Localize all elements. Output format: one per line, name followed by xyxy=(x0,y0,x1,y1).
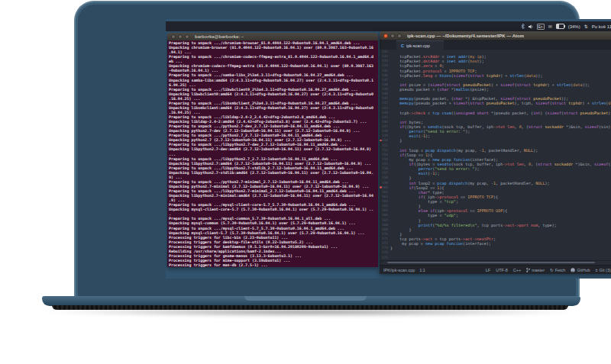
atom-titlebar[interactable]: ipk-scan.cpp — ~/Dokumenty/4.semester/IP… xyxy=(380,31,611,40)
code-text xyxy=(390,256,611,260)
terminal-line: Unpacking libpython2.7:amd64 (2.7.12-1ub… xyxy=(169,161,378,166)
github-icon xyxy=(571,268,575,272)
terminal-close-button[interactable] xyxy=(171,34,176,39)
terminal-window: barborka@barborka: ~ Preparing to unpack… xyxy=(167,33,378,267)
code-line[interactable]: 575 xyxy=(380,256,611,260)
laptop-lid: En ✉ (34%) ⇅ Po kvě 11 16:09:29 barborka… xyxy=(74,1,580,296)
atom-title: ipk-scan.cpp — ~/Dokumenty/4.semester/IP… xyxy=(407,34,524,38)
terminal-line: Processing triggers for man-db (2.7.5-1)… xyxy=(169,263,378,267)
network-arrows-icon[interactable]: ⇅ xyxy=(584,24,588,29)
status-line-ending[interactable]: LF xyxy=(486,268,490,272)
laptop-base-notch xyxy=(244,296,367,301)
terminal-line: Preparing to unpack .../libpython2.7-std… xyxy=(169,166,378,170)
top-panel: En ✉ (34%) ⇅ Po kvě 11 16:09:29 xyxy=(166,21,611,31)
terminal-line: Unpacking mysql-common (5.7.30-0ubuntu0.… xyxy=(169,221,378,225)
terminal-line: Preparing to unpack .../samba-libs_2%3a4… xyxy=(169,72,378,77)
linter-error-icon xyxy=(380,186,382,188)
cpp-file-icon: C xyxy=(401,43,404,48)
terminal-line: Unpacking libpython2.7-stdlib:amd64 (2.7… xyxy=(169,170,378,175)
atom-status-bar: IPK/ipk-scan.cpp 1:1 LF UTF-8 C++ master… xyxy=(380,265,611,274)
battery-icon[interactable] xyxy=(556,24,564,29)
atom-minimize-button[interactable] xyxy=(390,34,395,38)
fetch-label: Fetch xyxy=(555,268,566,272)
status-fetch[interactable]: ↻ Fetch xyxy=(550,268,565,272)
git-changes-label: Git (3) xyxy=(600,268,611,272)
line-number: 575 xyxy=(380,256,390,260)
terminal-line: Preparing to unpack .../libsmbclient_2%3… xyxy=(169,101,378,105)
terminal-output[interactable]: Preparing to unpack .../chromium-browser… xyxy=(167,40,378,267)
desktop: En ✉ (34%) ⇅ Po kvě 11 16:09:29 barborka… xyxy=(166,19,611,279)
keyboard-layout-indicator[interactable]: En xyxy=(537,24,545,30)
atom-close-button[interactable] xyxy=(383,34,388,38)
battery-percentage: (34%) xyxy=(568,24,580,29)
mail-icon[interactable]: ✉ xyxy=(548,24,552,29)
atom-window: ipk-scan.cpp — ~/Dokumenty/4.semester/IP… xyxy=(380,31,611,273)
terminal-minimize-button[interactable] xyxy=(178,34,183,39)
clock[interactable]: Po kvě 11 16:09:29 xyxy=(592,24,611,29)
laptop-mockup: En ✉ (34%) ⇅ Po kvě 11 16:09:29 barborka… xyxy=(0,0,611,364)
github-label: GitHub xyxy=(577,268,590,272)
terminal-line: Preparing to unpack .../chromium-codecs-… xyxy=(169,54,378,59)
status-git-branch[interactable]: master xyxy=(526,268,545,272)
terminal-line: Unpacking mysql-client-core-5.7 (5.7.30-… xyxy=(169,207,378,211)
horizontal-scrollbar[interactable] xyxy=(380,260,611,265)
tab-ipk-scan[interactable]: C ipk-scan.cpp xyxy=(396,40,444,50)
atom-tab-bar: C ipk-scan.cpp xyxy=(380,40,611,50)
tab-label: ipk-scan.cpp xyxy=(406,43,430,48)
branch-name: master xyxy=(532,268,545,272)
terminal-line: Unpacking chromium-browser (81.0.4044.12… xyxy=(169,45,378,50)
status-encoding[interactable]: UTF-8 xyxy=(496,268,508,272)
status-language[interactable]: C++ xyxy=(513,268,521,272)
terminal-maximize-button[interactable] xyxy=(185,34,189,39)
bluetooth-icon[interactable] xyxy=(521,24,525,29)
branch-icon xyxy=(526,268,530,272)
diff-icon: ± xyxy=(596,268,598,272)
atom-maximize-button[interactable] xyxy=(397,34,402,38)
terminal-title: barborka@barborka: ~ xyxy=(195,34,244,39)
terminal-line: Unpacking mysql-client-5.7 (5.7.30-0ubun… xyxy=(169,230,378,235)
sync-icon: ↻ xyxy=(550,268,554,272)
status-github[interactable]: GitHub xyxy=(571,268,590,272)
status-git-changes[interactable]: ± Git (3) xyxy=(596,268,611,272)
code-editor[interactable]: 531532 tcpPacket.srcAddr = inet_addr(my_… xyxy=(380,50,611,260)
terminal-line: Unpacking libwbclient0:amd64 (2:4.3.11+d… xyxy=(169,92,378,96)
laptop-shadow xyxy=(47,308,573,317)
terminal-line: Unpacking libpython2.7-minimal:amd64 (2.… xyxy=(169,193,378,198)
terminal-line: Preparing to unpack .../libwbclient0_2%3… xyxy=(169,87,378,92)
status-cursor-position[interactable]: 1:1 xyxy=(419,268,425,272)
terminal-line: Unpacking samba-libs:amd64 (2:4.3.11+dfs… xyxy=(169,78,378,82)
linter-error-icon xyxy=(380,140,382,142)
terminal-titlebar[interactable]: barborka@barborka: ~ xyxy=(167,33,378,40)
scrollbar-handle[interactable] xyxy=(387,262,595,263)
terminal-line: Unpacking libpython2.7-dev:amd64 (2.7.12… xyxy=(169,147,378,151)
volume-icon[interactable] xyxy=(529,24,533,29)
status-file-path[interactable]: IPK/ipk-scan.cpp xyxy=(383,268,415,272)
